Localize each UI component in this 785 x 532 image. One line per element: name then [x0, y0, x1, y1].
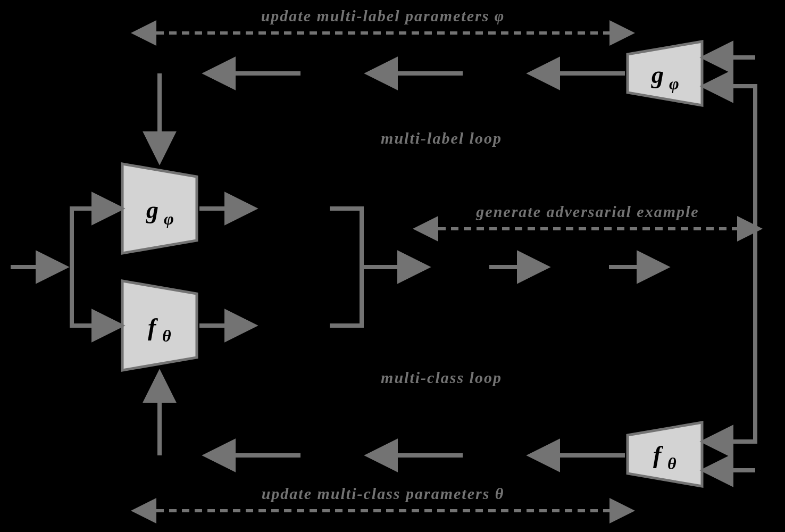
node-g-phi-left: g φ	[122, 164, 197, 253]
g-phi-left-g: g	[146, 196, 158, 223]
diagram-root: g φ f θ g φ f θ	[0, 0, 785, 532]
fork-to-gphi	[72, 209, 120, 267]
merge-top	[330, 209, 362, 267]
label-multi-class-loop: multi-class loop	[381, 369, 502, 386]
label-update-theta: update multi-class parameters θ	[262, 485, 505, 502]
g-phi-right-sub: φ	[669, 74, 679, 93]
label-multi-label-loop: multi-label loop	[381, 129, 502, 147]
g-phi-right-g: g	[651, 61, 664, 88]
label-update-phi: update multi-label parameters φ	[261, 7, 505, 24]
fork-to-ftheta	[72, 267, 120, 326]
f-theta-left-sub: θ	[162, 326, 171, 345]
f-theta-right-sub: θ	[667, 454, 677, 473]
g-phi-left-sub: φ	[164, 209, 174, 228]
feed-up-right	[705, 86, 755, 267]
merge-bottom	[330, 267, 362, 326]
label-gen-adv: generate adversarial example	[475, 203, 699, 220]
node-f-theta-left: f θ	[122, 281, 197, 370]
feed-down-right	[705, 267, 755, 442]
node-f-theta-right: f θ	[628, 422, 702, 486]
node-g-phi-right: g φ	[628, 41, 702, 105]
